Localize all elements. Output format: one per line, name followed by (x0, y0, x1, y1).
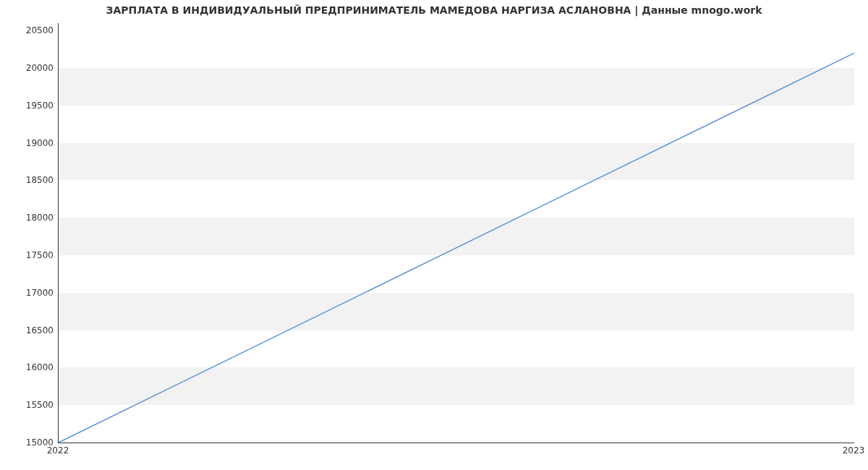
y-tick-15500: 15500 (3, 400, 54, 410)
y-tick-17500: 17500 (3, 250, 54, 260)
x-tick-2023: 2023 (843, 445, 865, 456)
y-tick-16000: 16000 (3, 362, 54, 372)
y-tick-20500: 20500 (3, 25, 54, 35)
plot-area (58, 23, 854, 443)
series-line (59, 53, 854, 443)
y-tick-19000: 19000 (3, 138, 54, 148)
chart-title: ЗАРПЛАТА В ИНДИВИДУАЛЬНЫЙ ПРЕДПРИНИМАТЕЛ… (0, 4, 868, 16)
y-tick-16500: 16500 (3, 325, 54, 336)
y-tick-15000: 15000 (3, 437, 54, 448)
x-tick-2022: 2022 (47, 445, 69, 456)
y-tick-17000: 17000 (3, 288, 54, 298)
salary-chart: ЗАРПЛАТА В ИНДИВИДУАЛЬНЫЙ ПРЕДПРИНИМАТЕЛ… (0, 0, 868, 470)
y-tick-18500: 18500 (3, 175, 54, 185)
y-tick-20000: 20000 (3, 63, 54, 73)
line-series (59, 23, 854, 443)
y-tick-18000: 18000 (3, 213, 54, 223)
y-tick-19500: 19500 (3, 101, 54, 111)
